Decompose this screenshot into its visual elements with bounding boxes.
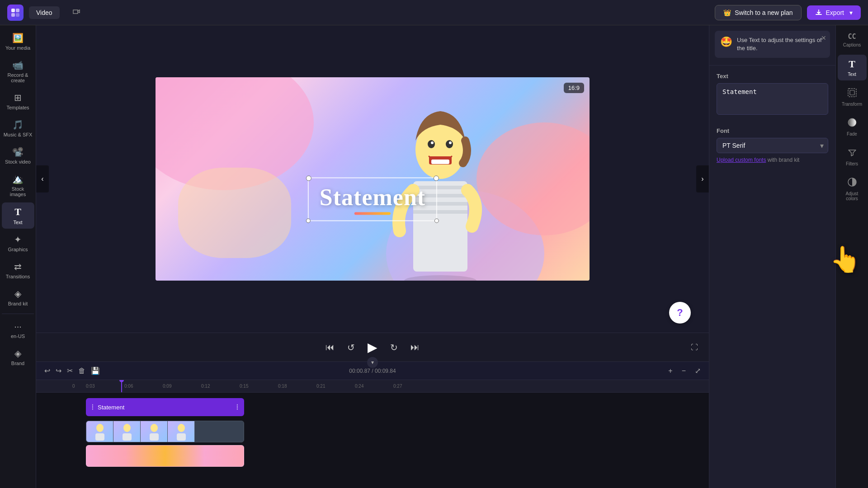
brand-icon: ◈ — [14, 348, 21, 359]
sidebar-item-label: Record &create — [8, 72, 28, 83]
text-underline — [354, 212, 391, 215]
svg-point-17 — [96, 424, 104, 432]
music-sfx-icon: 🎵 — [12, 119, 24, 130]
upload-custom-fonts-link[interactable]: Upload custom fonts — [717, 157, 766, 163]
stock-video-icon: 📽️ — [12, 146, 24, 157]
svg-point-27 — [848, 118, 856, 127]
timeline-tracks: ⁞ Statement ⁞ — [36, 393, 709, 488]
sidebar-item-label: Stock images — [4, 186, 33, 197]
font-select[interactable]: PT Serif Arial Roboto Georgia — [717, 138, 828, 153]
text-panel-item[interactable]: T Text — [838, 55, 867, 80]
ruler-mark: 0 — [72, 384, 86, 389]
svg-rect-3 — [16, 13, 19, 17]
video-track-clip[interactable] — [86, 421, 244, 442]
svg-point-16 — [449, 141, 452, 144]
sidebar-item-brand[interactable]: ◈ Brand — [2, 344, 34, 370]
sidebar-item-brand-kit[interactable]: ◈ Brand kit — [2, 285, 34, 310]
text-track-clip[interactable]: ⁞ Statement ⁞ — [86, 398, 244, 416]
text-panel-icon: T — [849, 58, 855, 70]
tooltip-banner: 🤩 Use Text to adjust the settings of the… — [715, 31, 830, 58]
camera-tab[interactable] — [65, 5, 88, 20]
canvas-nav-right[interactable]: › — [696, 165, 709, 192]
brand-kit-icon: ◈ — [14, 288, 21, 299]
sidebar-item-label: Brand kit — [8, 301, 28, 306]
font-upload-row: Upload custom fonts with brand kit — [717, 157, 828, 163]
fullscreen-button[interactable]: ⛶ — [689, 342, 700, 353]
sidebar-item-templates[interactable]: ⊞ Templates — [2, 89, 34, 114]
main-layout: 🖼️ Your media 📹 Record &create ⊞ Templat… — [0, 25, 868, 488]
svg-point-13 — [428, 140, 435, 148]
video-tab[interactable]: Video — [29, 6, 60, 19]
rewind-button[interactable]: ↺ — [345, 340, 357, 355]
timeline-zoom-in-button[interactable]: + — [665, 365, 675, 377]
adjust-colors-panel-item[interactable]: Adjust colors — [838, 174, 867, 205]
topbar: Video 👑 Switch to a new plan Export ▾ — [0, 0, 868, 25]
bg-shape-4 — [178, 168, 291, 258]
timeline-redo-button[interactable]: ↪ — [53, 365, 64, 377]
sidebar-item-music-sfx[interactable]: 🎵 Music & SFX — [2, 116, 34, 141]
center-area: ‹ — [36, 25, 709, 488]
ruler-mark: 0:12 — [201, 384, 240, 389]
video-thumb-3 — [141, 421, 168, 442]
text-overlay[interactable]: Statement — [308, 178, 437, 221]
playback-controls-inner: ⏮ ↺ ▶ ↻ ⏭ — [324, 338, 421, 357]
text-clip-label: Statement — [98, 404, 124, 411]
filters-label: Filters — [846, 161, 858, 166]
tooltip-emoji: 🤩 — [720, 36, 732, 48]
timeline-toolbar: ↩ ↪ ✂ 🗑 💾 00:00.87 / 00:09.84 + − ⤢ — [36, 362, 709, 380]
fade-label: Fade — [847, 131, 857, 136]
timeline-delete-button[interactable]: 🗑 — [75, 365, 88, 377]
resize-handle-bl[interactable] — [306, 219, 311, 223]
svg-rect-25 — [848, 89, 856, 97]
left-sidebar: 🖼️ Your media 📹 Record &create ⊞ Templat… — [0, 25, 36, 488]
svg-point-21 — [151, 424, 158, 432]
help-button[interactable]: ? — [669, 302, 691, 324]
statement-text: Statement — [320, 184, 425, 211]
timeline-undo-button[interactable]: ↩ — [42, 365, 53, 377]
video-track-row — [36, 421, 709, 442]
timeline-zoom-out-button[interactable]: − — [679, 365, 689, 377]
video-thumb-1 — [86, 421, 113, 442]
text-section: Text — [709, 67, 835, 122]
export-label: Export — [826, 9, 844, 16]
canvas-background: Statement — [156, 77, 590, 281]
sidebar-item-transitions[interactable]: ⇄ Transitions — [2, 258, 34, 283]
adjust-colors-icon — [847, 177, 857, 189]
tooltip-close-button[interactable]: ✕ — [821, 34, 826, 42]
sidebar-item-record-create[interactable]: 📹 Record &create — [2, 56, 34, 87]
export-button[interactable]: Export ▾ — [807, 5, 861, 20]
captions-panel-item[interactable]: CC Captions — [838, 29, 867, 51]
play-pause-button[interactable]: ▶ — [366, 338, 379, 357]
bg-track-clip[interactable] — [86, 445, 244, 467]
timeline-time-display: 00:00.87 / 00:09.84 — [349, 368, 396, 374]
sidebar-item-feature[interactable]: ··· en-US — [2, 318, 34, 343]
sidebar-item-your-media[interactable]: 🖼️ Your media — [2, 29, 34, 54]
switch-plan-button[interactable]: 👑 Switch to a new plan — [715, 5, 801, 20]
sidebar-item-stock-video[interactable]: 📽️ Stock video — [2, 143, 34, 168]
skip-to-start-button[interactable]: ⏮ — [324, 340, 336, 354]
skip-to-end-button[interactable]: ⏭ — [409, 340, 421, 354]
svg-rect-0 — [11, 9, 15, 12]
filters-icon — [847, 147, 857, 160]
video-track-content — [72, 421, 709, 442]
sidebar-item-text[interactable]: T Text — [2, 202, 34, 229]
fast-forward-button[interactable]: ↻ — [388, 340, 400, 355]
sidebar-item-graphics[interactable]: ✦ Graphics — [2, 230, 34, 256]
svg-rect-2 — [11, 13, 15, 17]
text-input[interactable] — [717, 83, 828, 115]
playhead[interactable] — [121, 380, 122, 392]
transform-panel-item[interactable]: Transform — [838, 84, 867, 110]
transitions-icon: ⇄ — [14, 261, 22, 272]
font-select-wrapper: PT Serif Arial Roboto Georgia — [717, 138, 828, 153]
sidebar-item-label: Transitions — [6, 274, 30, 279]
sidebar-item-stock-images[interactable]: 🏔️ Stock images — [2, 170, 34, 201]
timeline-save-button[interactable]: 💾 — [88, 365, 103, 377]
app-logo — [7, 5, 24, 21]
fade-panel-item[interactable]: Fade — [838, 114, 867, 140]
ruler-mark: 0:09 — [163, 384, 201, 389]
canvas-nav-left[interactable]: ‹ — [36, 165, 49, 192]
timeline-expand-button[interactable]: ⤢ — [692, 365, 703, 377]
sidebar-item-label: Templates — [6, 105, 29, 110]
timeline-cut-button[interactable]: ✂ — [64, 365, 75, 377]
filters-panel-item[interactable]: Filters — [838, 144, 867, 170]
